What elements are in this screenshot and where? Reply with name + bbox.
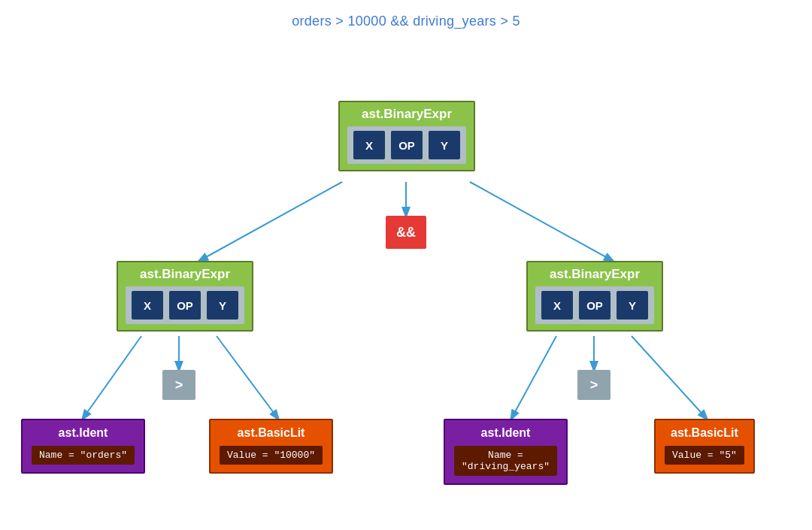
right-binary-expr: ast.BinaryExpr X OP Y — [526, 261, 663, 332]
right-slot-x: X — [541, 291, 573, 320]
left-op-value: > — [162, 370, 195, 400]
left-ident: ast.Ident Name = "orders" — [21, 419, 145, 474]
right-slots: X OP Y — [535, 286, 654, 324]
root-label: ast.BinaryExpr — [362, 107, 452, 122]
left-binary-expr-box: ast.BinaryExpr X OP Y — [117, 261, 253, 332]
right-slot-op: OP — [579, 291, 611, 320]
right-ident-box: ast.Ident Name = "driving_years" — [444, 419, 568, 485]
root-binary-expr: ast.BinaryExpr X OP Y — [338, 101, 475, 171]
left-slot-x: X — [132, 291, 163, 320]
left-slot-y: Y — [207, 291, 238, 320]
left-slots: X OP Y — [126, 286, 244, 324]
left-slot-op: OP — [169, 291, 201, 320]
root-op-box: && — [386, 216, 426, 249]
left-ident-label: ast.Ident — [59, 426, 108, 440]
svg-line-2 — [199, 182, 342, 261]
svg-line-3 — [470, 182, 613, 261]
left-label: ast.BinaryExpr — [140, 267, 230, 282]
right-basiclit-value: Value = "5" — [665, 446, 744, 465]
svg-line-6 — [217, 336, 278, 419]
right-op-box: > — [577, 370, 611, 400]
root-slot-op: OP — [391, 131, 423, 159]
right-basiclit: ast.BasicLit Value = "5" — [654, 419, 755, 474]
right-basiclit-label: ast.BasicLit — [671, 426, 738, 440]
left-ident-box: ast.Ident Name = "orders" — [21, 419, 145, 474]
left-binary-expr: ast.BinaryExpr X OP Y — [117, 261, 253, 332]
left-ident-value: Name = "orders" — [32, 446, 135, 465]
page-title: orders > 10000 && driving_years > 5 — [0, 0, 812, 29]
right-label: ast.BinaryExpr — [550, 267, 640, 282]
right-ident-value: Name = "driving_years" — [454, 446, 557, 476]
svg-line-9 — [632, 336, 707, 419]
left-basiclit-label: ast.BasicLit — [238, 426, 305, 440]
right-basiclit-box: ast.BasicLit Value = "5" — [654, 419, 755, 474]
left-basiclit: ast.BasicLit Value = "10000" — [209, 419, 333, 474]
right-ident-label: ast.Ident — [481, 426, 531, 440]
right-slot-y: Y — [617, 291, 648, 320]
svg-line-5 — [83, 336, 141, 419]
left-basiclit-box: ast.BasicLit Value = "10000" — [209, 419, 333, 474]
root-op-value: && — [386, 216, 426, 249]
svg-line-8 — [511, 336, 556, 419]
root-slot-y: Y — [429, 131, 460, 159]
root-binary-expr-box: ast.BinaryExpr X OP Y — [338, 101, 475, 171]
left-basiclit-value: Value = "10000" — [220, 446, 323, 465]
right-op-value: > — [577, 370, 611, 400]
right-ident: ast.Ident Name = "driving_years" — [444, 419, 568, 485]
root-slot-x: X — [353, 131, 385, 159]
right-binary-expr-box: ast.BinaryExpr X OP Y — [526, 261, 663, 332]
left-op-box: > — [162, 370, 195, 400]
root-slots: X OP Y — [347, 126, 466, 164]
